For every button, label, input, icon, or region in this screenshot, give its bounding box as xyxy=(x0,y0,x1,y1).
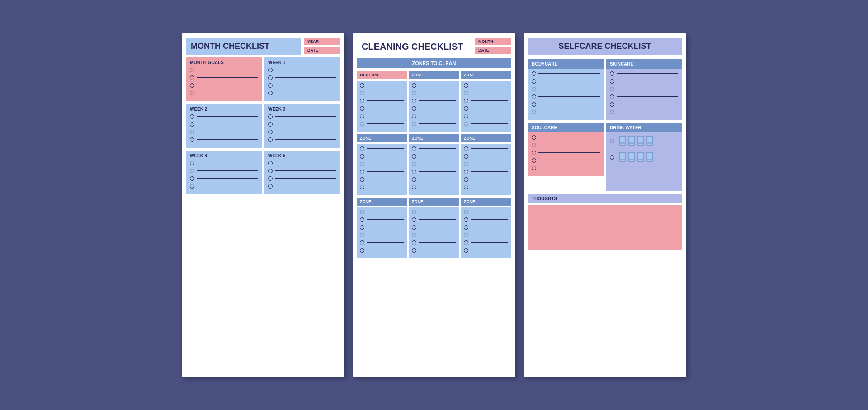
checkbox[interactable] xyxy=(532,166,536,170)
checkbox[interactable] xyxy=(190,130,194,134)
checkbox[interactable] xyxy=(360,162,364,166)
checkbox[interactable] xyxy=(412,83,416,88)
checkbox[interactable] xyxy=(360,240,364,245)
card2-field-date[interactable]: DATE xyxy=(475,47,511,54)
checkbox[interactable] xyxy=(532,158,536,163)
checkbox[interactable] xyxy=(268,161,273,165)
checkbox[interactable] xyxy=(268,176,273,181)
checkbox[interactable] xyxy=(360,106,364,111)
card1-field-date[interactable]: DATE xyxy=(304,47,340,54)
checkbox[interactable] xyxy=(610,87,614,91)
checkbox[interactable] xyxy=(190,161,194,165)
checkbox[interactable] xyxy=(268,137,273,142)
checkbox[interactable] xyxy=(360,233,364,237)
checkbox[interactable] xyxy=(268,114,273,119)
checkbox[interactable] xyxy=(532,79,536,84)
checkbox[interactable] xyxy=(412,177,416,182)
checkbox[interactable] xyxy=(190,169,194,173)
checkbox[interactable] xyxy=(412,99,416,103)
checkbox[interactable] xyxy=(532,94,536,99)
thoughts-box[interactable] xyxy=(528,205,682,250)
checkbox[interactable] xyxy=(464,185,468,189)
checkbox[interactable] xyxy=(464,248,468,253)
checkbox[interactable] xyxy=(464,170,468,174)
checkbox[interactable] xyxy=(464,146,468,151)
checkbox[interactable] xyxy=(268,68,273,72)
checkbox[interactable] xyxy=(412,91,416,95)
checkbox[interactable] xyxy=(190,122,194,127)
checkbox[interactable] xyxy=(190,114,194,119)
checkbox[interactable] xyxy=(360,114,364,118)
checkbox[interactable] xyxy=(412,248,416,253)
checkbox[interactable] xyxy=(610,71,614,76)
checkbox[interactable] xyxy=(190,91,194,95)
checkbox[interactable] xyxy=(412,114,416,118)
checkbox[interactable] xyxy=(360,217,364,222)
checkbox[interactable] xyxy=(464,99,468,103)
checkbox[interactable] xyxy=(464,233,468,237)
checkbox[interactable] xyxy=(360,248,364,253)
checkbox[interactable] xyxy=(412,233,416,237)
checkbox[interactable] xyxy=(190,137,194,142)
checkbox[interactable] xyxy=(464,91,468,95)
checkbox[interactable] xyxy=(412,122,416,126)
checkbox[interactable] xyxy=(610,139,614,143)
checkbox[interactable] xyxy=(532,102,536,107)
checkbox[interactable] xyxy=(360,146,364,151)
card1-field-year[interactable]: YEAR xyxy=(304,38,340,45)
checkbox[interactable] xyxy=(464,114,468,118)
checkbox[interactable] xyxy=(268,130,273,134)
checkbox[interactable] xyxy=(268,169,273,173)
checkbox[interactable] xyxy=(190,176,194,181)
checkbox[interactable] xyxy=(412,106,416,111)
checkbox[interactable] xyxy=(268,184,273,189)
checkbox[interactable] xyxy=(532,110,536,114)
checkbox[interactable] xyxy=(190,83,194,88)
checkbox[interactable] xyxy=(360,210,364,214)
checkbox[interactable] xyxy=(532,135,536,140)
checkbox[interactable] xyxy=(268,75,273,80)
checkbox[interactable] xyxy=(464,210,468,214)
checkbox[interactable] xyxy=(360,122,364,126)
checkbox[interactable] xyxy=(412,217,416,222)
checkbox[interactable] xyxy=(532,71,536,76)
checkbox[interactable] xyxy=(464,225,468,230)
checkbox[interactable] xyxy=(532,87,536,91)
checkbox[interactable] xyxy=(412,240,416,245)
checkbox[interactable] xyxy=(464,83,468,88)
checkbox[interactable] xyxy=(360,154,364,159)
checkbox[interactable] xyxy=(268,91,273,95)
checkbox[interactable] xyxy=(464,162,468,166)
checkbox[interactable] xyxy=(268,122,273,127)
card2-field-month[interactable]: MONTH xyxy=(475,38,511,45)
checkbox[interactable] xyxy=(412,210,416,214)
checkbox[interactable] xyxy=(412,162,416,166)
checkbox[interactable] xyxy=(190,184,194,189)
checkbox[interactable] xyxy=(360,225,364,230)
checkbox[interactable] xyxy=(610,110,614,114)
checkbox[interactable] xyxy=(360,91,364,95)
checkbox[interactable] xyxy=(610,155,614,160)
checkbox[interactable] xyxy=(412,154,416,159)
checkbox[interactable] xyxy=(190,68,194,72)
checkbox[interactable] xyxy=(532,143,536,147)
checkbox[interactable] xyxy=(610,102,614,107)
checkbox[interactable] xyxy=(412,185,416,189)
checkbox[interactable] xyxy=(464,217,468,222)
checkbox[interactable] xyxy=(464,240,468,245)
checkbox[interactable] xyxy=(360,170,364,174)
checkbox[interactable] xyxy=(190,75,194,80)
checkbox[interactable] xyxy=(412,170,416,174)
checkbox[interactable] xyxy=(464,106,468,111)
checkbox[interactable] xyxy=(610,79,614,84)
checkbox[interactable] xyxy=(412,225,416,230)
checkbox[interactable] xyxy=(360,83,364,88)
checkbox[interactable] xyxy=(360,177,364,182)
checkbox[interactable] xyxy=(360,99,364,103)
checkbox[interactable] xyxy=(360,185,364,189)
checkbox[interactable] xyxy=(268,83,273,88)
checkbox[interactable] xyxy=(464,122,468,126)
checkbox[interactable] xyxy=(464,154,468,159)
checkbox[interactable] xyxy=(464,177,468,182)
checkbox[interactable] xyxy=(532,151,536,155)
